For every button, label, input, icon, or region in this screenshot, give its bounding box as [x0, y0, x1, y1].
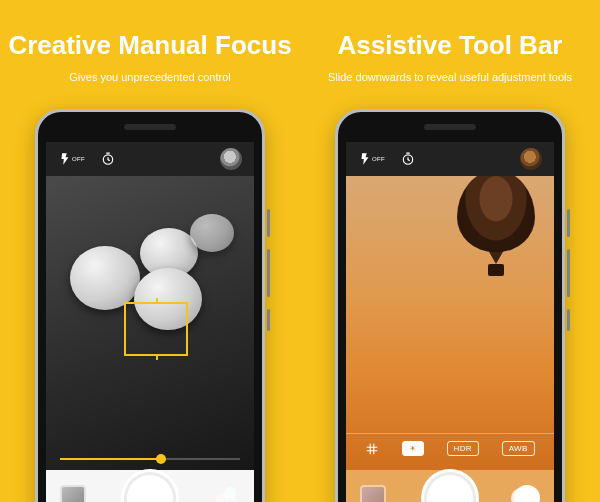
flash-icon[interactable]: OFF [358, 152, 385, 166]
phone-side-button [567, 309, 570, 331]
filters-button[interactable] [514, 485, 540, 502]
phone-speaker [124, 124, 176, 130]
camera-bottom-bar [46, 470, 254, 502]
panel-title: Assistive Tool Bar [338, 30, 563, 61]
camera-bottom-bar [346, 470, 554, 502]
gallery-button[interactable] [360, 485, 386, 502]
wb-sunny-button[interactable]: ☀ [402, 441, 423, 456]
color-mode-button[interactable] [214, 485, 240, 502]
awb-button[interactable]: AWB [502, 441, 535, 456]
flash-mode-label: OFF [372, 156, 385, 162]
lens-preview-icon[interactable] [220, 148, 242, 170]
phone-side-button [267, 309, 270, 331]
phone-mockup: OFF [335, 109, 565, 502]
shutter-button[interactable] [427, 475, 473, 502]
focus-slider-knob[interactable] [156, 454, 166, 464]
grid-icon[interactable] [365, 442, 379, 456]
flash-icon[interactable]: OFF [58, 152, 85, 166]
phone-side-button [567, 249, 570, 297]
focus-reticle[interactable] [124, 302, 188, 356]
panel-subtitle: Slide downwards to reveal useful adjustm… [328, 71, 572, 83]
camera-top-bar: OFF [346, 142, 554, 176]
preview-image [46, 176, 254, 470]
camera-viewport[interactable] [46, 176, 254, 470]
lens-preview-icon[interactable] [520, 148, 542, 170]
panel-manual-focus: Creative Manual Focus Gives you unpreced… [0, 0, 300, 502]
camera-app-screen: OFF [46, 142, 254, 502]
panel-title: Creative Manual Focus [8, 30, 291, 61]
timer-icon[interactable] [401, 152, 415, 166]
shutter-button[interactable] [127, 475, 173, 502]
panel-assistive-toolbar: Assistive Tool Bar Slide downwards to re… [300, 0, 600, 502]
hdr-button[interactable]: HDR [447, 441, 479, 456]
preview-image: ☀ HDR AWB [346, 176, 554, 470]
flash-mode-label: OFF [72, 156, 85, 162]
balloon-graphic [456, 176, 536, 290]
promo-stage: Creative Manual Focus Gives you unpreced… [0, 0, 600, 502]
phone-side-button [267, 209, 270, 237]
assistive-toolbar: ☀ HDR AWB [346, 441, 554, 456]
camera-top-bar: OFF [46, 142, 254, 176]
panel-subtitle: Gives you unprecedented control [69, 71, 230, 83]
focus-slider[interactable] [60, 458, 240, 460]
phone-speaker [424, 124, 476, 130]
phone-mockup: OFF [35, 109, 265, 502]
camera-viewport[interactable]: ☀ HDR AWB [346, 176, 554, 470]
phone-side-button [567, 209, 570, 237]
focus-slider-fill [60, 458, 161, 460]
gallery-button[interactable] [60, 485, 86, 502]
timer-icon[interactable] [101, 152, 115, 166]
phone-side-button [267, 249, 270, 297]
toolbar-divider [346, 433, 554, 434]
camera-app-screen: OFF [346, 142, 554, 502]
